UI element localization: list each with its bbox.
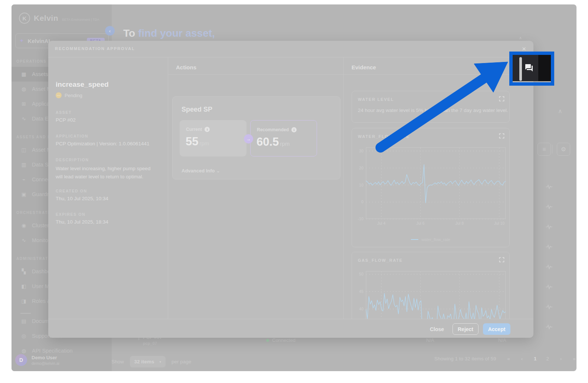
list-view-button[interactable]: ≡ bbox=[538, 143, 551, 156]
scroll-up-icon[interactable]: ∧ bbox=[519, 36, 522, 40]
expires-on-value: Thu, 10 Jul 2025, 18:34 bbox=[56, 219, 108, 225]
waveform-icon[interactable] bbox=[546, 324, 552, 331]
roles-permissions-icon: ◨ bbox=[20, 298, 27, 304]
chevron-down-icon: ⌄ bbox=[216, 168, 220, 174]
waveform-icon[interactable] bbox=[546, 284, 552, 291]
svg-text:0: 0 bbox=[361, 199, 363, 204]
expand-icon[interactable] bbox=[499, 96, 504, 103]
waveform-icon[interactable] bbox=[546, 304, 552, 311]
hero-highlight: find your asset, bbox=[135, 27, 215, 39]
modal-footer: Close Reject Accept bbox=[48, 319, 533, 338]
svg-text:40: 40 bbox=[359, 307, 363, 311]
annotation-highlight-box bbox=[509, 52, 554, 86]
gas-flow-title: GAS_FLOW_RATE bbox=[358, 258, 403, 263]
expires-on-label: EXPIRES ON bbox=[56, 212, 85, 217]
recommended-unit: rpm bbox=[280, 141, 290, 147]
api-specification-icon: ◍ bbox=[20, 348, 27, 354]
application-value: PCP Optimization | Version: 1.0.06061441 bbox=[56, 141, 149, 146]
page-button-1[interactable]: 1 bbox=[534, 356, 537, 361]
waveform-icon[interactable] bbox=[546, 244, 552, 251]
setpoint-name: Speed SP bbox=[182, 106, 212, 113]
expand-icon[interactable] bbox=[499, 257, 504, 264]
advanced-info-toggle[interactable]: Advanced Info ⌄ bbox=[182, 168, 220, 174]
avatar: D bbox=[15, 354, 27, 366]
recommended-value-box[interactable]: Recommendedi 60.5rpm bbox=[250, 120, 317, 156]
accept-button[interactable]: Accept bbox=[483, 323, 510, 335]
pending-icon: ⋯ bbox=[56, 92, 62, 98]
settings-gear-button[interactable]: ⚙ bbox=[557, 143, 570, 156]
actions-title: Actions bbox=[176, 64, 196, 70]
status-badge: ⋯ Pending bbox=[56, 92, 82, 98]
svg-text:Jul 8: Jul 8 bbox=[455, 221, 464, 225]
hero-prefix: To bbox=[123, 27, 135, 39]
user-profile[interactable]: D Demo User demo@kelvin.ai bbox=[15, 354, 59, 366]
asset-map-icon: ◍ bbox=[20, 86, 27, 92]
clusters-icon: ◉ bbox=[20, 222, 27, 228]
rail-divider bbox=[552, 145, 552, 153]
sparkle-icon: ✦ bbox=[19, 37, 24, 44]
svg-text:50: 50 bbox=[359, 272, 363, 276]
column-divider bbox=[343, 57, 344, 319]
waveform-icon[interactable] bbox=[546, 224, 552, 231]
actions-divider bbox=[168, 74, 343, 75]
info-icon[interactable]: i bbox=[205, 127, 210, 132]
waveform-icon[interactable] bbox=[546, 184, 552, 191]
water-flow-title: WATER_FLOW_RATE bbox=[358, 134, 410, 139]
close-button[interactable]: Close bbox=[427, 324, 447, 334]
gas-flow-chart-card: GAS_FLOW_RATE 50454035 bbox=[352, 252, 510, 319]
asset-id: pcp_07 bbox=[143, 341, 162, 346]
water-flow-legend: water_flow_rate bbox=[352, 237, 509, 242]
page-size-value: 32 items bbox=[134, 359, 154, 364]
reject-button[interactable]: Reject bbox=[453, 323, 478, 335]
created-on-label: CREATED ON bbox=[56, 189, 87, 193]
sidebar-collapse-button[interactable]: ‹ bbox=[105, 26, 115, 36]
gas-flow-chart: 50454035 bbox=[353, 268, 510, 319]
current-unit: rpm bbox=[199, 140, 209, 146]
connections-icon: ⌁ bbox=[20, 176, 27, 182]
water-level-title: WATER LEVEL bbox=[358, 97, 394, 102]
current-label: Current bbox=[186, 127, 202, 132]
info-icon[interactable]: i bbox=[291, 127, 297, 132]
modal-body: increase_speed ⋯ Pending ASSET PCP #02 A… bbox=[48, 57, 533, 319]
water-flow-chart: 3020100-10Jul 4Jul 6Jul 8Jul 10 bbox=[353, 145, 510, 229]
modal-header: RECOMMENDATION APPROVAL × bbox=[48, 41, 533, 57]
support-icon: ◎ bbox=[20, 333, 27, 339]
setpoint-card: Speed SP Currenti 55rpm → Recommendedi 6… bbox=[172, 96, 340, 179]
current-value-box: Currenti 55rpm bbox=[180, 120, 246, 156]
show-label: Show bbox=[111, 359, 124, 364]
waveform-icon[interactable] bbox=[546, 264, 552, 271]
evidence-divider bbox=[344, 74, 533, 75]
monitoring-icon: ∿ bbox=[20, 237, 27, 243]
dashboards-icon: ▚ bbox=[20, 268, 27, 274]
legend-line-icon bbox=[411, 239, 418, 240]
user-name: Demo User bbox=[32, 355, 59, 360]
first-page-button[interactable]: « bbox=[507, 356, 510, 361]
application-label: APPLICATION bbox=[56, 134, 88, 138]
sidebar-item-label: Assets bbox=[32, 71, 48, 77]
sidebar-item-label: API Specification bbox=[32, 348, 73, 354]
environment-label: BETA Environment | TDA bbox=[62, 18, 99, 22]
table-status-cell: Connected bbox=[266, 337, 295, 343]
water-level-card: WATER LEVEL 24 hour avg water level is 5… bbox=[352, 91, 510, 123]
brand-logo[interactable]: K Kelvin BETA Environment | TDA bbox=[19, 13, 99, 24]
guardrails-icon: ▣ bbox=[20, 191, 27, 197]
recommendation-name: increase_speed bbox=[56, 80, 109, 89]
data-explorer-icon: ∿ bbox=[20, 116, 27, 122]
assets-icon: ▦ bbox=[20, 71, 27, 77]
waveform-icon[interactable] bbox=[546, 204, 552, 211]
legend-label: water_flow_rate bbox=[421, 237, 450, 242]
chevron-down-icon: ▾ bbox=[160, 360, 161, 364]
collapse-panel-icon[interactable]: ∧ bbox=[558, 108, 562, 115]
page-size-dropdown[interactable]: 32 items ▾ bbox=[130, 356, 166, 367]
last-page-button[interactable]: » bbox=[573, 356, 576, 361]
hero-text: To find your asset, bbox=[123, 27, 215, 39]
status-text: Connected bbox=[272, 337, 295, 343]
recommended-value: 60.5 bbox=[257, 135, 279, 148]
modal-title: RECOMMENDATION APPROVAL bbox=[55, 46, 135, 51]
svg-text:30: 30 bbox=[359, 149, 363, 153]
prev-page-button[interactable]: ‹ bbox=[521, 356, 523, 361]
next-page-button[interactable]: › bbox=[560, 356, 562, 361]
page-button-2[interactable]: 2 bbox=[546, 356, 549, 361]
expand-icon[interactable] bbox=[499, 133, 504, 140]
brand-name: Kelvin bbox=[34, 14, 58, 23]
